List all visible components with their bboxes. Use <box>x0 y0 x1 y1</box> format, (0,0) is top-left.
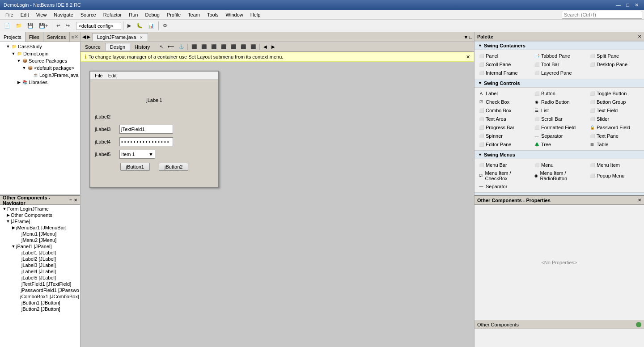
tree-item-demologin[interactable]: ▼ 📁 DemoLogin <box>0 50 80 57</box>
config-selector[interactable]: <default config> <box>76 22 121 30</box>
align-left-btn[interactable]: ⬛ <box>190 43 199 50</box>
menu-tools[interactable]: Tools <box>203 11 222 18</box>
palette-radio-button[interactable]: ◉Radio Button <box>532 98 587 106</box>
prev-btn[interactable]: ◀ <box>262 43 269 50</box>
tree-item-casestudy[interactable]: ▼ 📁 CaseStudy <box>0 43 80 50</box>
nav-item-label4[interactable]: jLabel4 [JLabel] <box>0 268 80 275</box>
palette-text-area[interactable]: ⬜Text Area <box>476 115 531 123</box>
palette-internal-frame[interactable]: ⬜Internal Frame <box>476 69 531 77</box>
menu-profile[interactable]: Profile <box>163 11 184 18</box>
palette-text-pane[interactable]: ⬜Text Pane <box>587 132 642 140</box>
nav-item-menu1[interactable]: jMenu1 [JMenu] <box>0 231 80 237</box>
maximize-button[interactable]: □ <box>624 2 631 8</box>
redo-btn[interactable]: ↪ <box>64 21 72 30</box>
nav-item-panel1[interactable]: ▼ jPanel1 [JPanel] <box>0 243 80 250</box>
palette-button[interactable]: ⬜Button <box>532 89 587 97</box>
palette-split-pane[interactable]: ⬜Split Pane <box>587 52 642 60</box>
palette-table[interactable]: ⊞Table <box>587 140 642 148</box>
tab-scroll-right[interactable]: ▶ <box>87 34 90 40</box>
palette-combo-box[interactable]: ⬜Combo Box <box>476 106 531 114</box>
jpasswordfield1[interactable] <box>119 137 173 146</box>
menu-debug[interactable]: Debug <box>141 11 163 18</box>
menu-edit[interactable]: Edit <box>17 11 33 18</box>
section-swing-containers[interactable]: ▼ Swing Containers <box>475 41 644 50</box>
section-swing-menus[interactable]: ▼ Swing Menus <box>475 150 644 159</box>
nav-item-label3[interactable]: jLabel3 [JLabel] <box>0 262 80 268</box>
save-all-btn[interactable]: 💾+ <box>37 21 50 30</box>
palette-list[interactable]: ☰List <box>532 106 587 114</box>
tab-files[interactable]: Files <box>25 32 43 42</box>
nav-item-password[interactable]: jPasswordField1 [JPasswo <box>0 287 80 293</box>
palette-progress-bar[interactable]: ⬜Progress Bar <box>476 123 531 131</box>
menu-file[interactable]: File <box>2 11 17 18</box>
palette-slider[interactable]: ⬜Slider <box>587 115 642 123</box>
design-canvas[interactable]: File Edit jLabel1 jLabel2 jLabel3 <box>80 62 474 347</box>
menu-source[interactable]: Source <box>77 11 100 18</box>
indent-btn[interactable]: ⬛ <box>239 43 248 50</box>
subtab-design[interactable]: Design <box>105 43 130 51</box>
menu-team[interactable]: Team <box>184 11 203 18</box>
palette-menuitem-radio[interactable]: ◉Menu Item / RadioButton <box>532 169 587 182</box>
align-bottom-btn[interactable]: ⬛ <box>219 43 228 50</box>
outdent-btn[interactable]: ⬛ <box>249 43 258 50</box>
nav-item-combo[interactable]: jComboBox1 [JComboBox] <box>0 293 80 300</box>
palette-menu[interactable]: ⬜Menu <box>532 161 587 169</box>
form-menu-file[interactable]: File <box>92 73 106 78</box>
section-swing-controls[interactable]: ▼ Swing Controls <box>475 79 644 88</box>
nav-item-form[interactable]: ▼ Form LoginJFrame <box>0 206 80 212</box>
editor-maximize[interactable]: □ <box>469 34 472 40</box>
jbutton1[interactable]: jButton1 <box>120 163 150 171</box>
palette-formatted-field[interactable]: ⬜Formatted Field <box>532 123 587 131</box>
form-menu-edit[interactable]: Edit <box>106 73 119 78</box>
nav-close-btn[interactable]: ✕ <box>74 198 77 203</box>
tab-close-icon[interactable]: ✕ <box>140 35 143 40</box>
palette-layered-pane[interactable]: ⬜Layered Pane <box>532 69 587 77</box>
save-btn[interactable]: 💾 <box>25 21 36 30</box>
palette-check-box[interactable]: ☑Check Box <box>476 98 531 106</box>
nav-menu-btn[interactable]: ≡ <box>69 198 72 203</box>
jbutton2[interactable]: jButton2 <box>159 163 188 171</box>
undo-btn[interactable]: ↩ <box>54 21 63 30</box>
tree-item-libraries[interactable]: ▶ 📚 Libraries <box>0 79 80 86</box>
props-close-btn[interactable]: ✕ <box>638 198 641 203</box>
menu-run[interactable]: Run <box>125 11 141 18</box>
palette-text-field[interactable]: ⬜Text Field <box>587 106 642 114</box>
palette-spinner[interactable]: ⬜Spinner <box>476 132 531 140</box>
palette-scroll-pane[interactable]: ⬜Scroll Pane <box>476 60 531 68</box>
palette-editor-pane[interactable]: ⬜Editor Pane <box>476 140 531 148</box>
resize-btn[interactable]: ⬛ <box>229 43 238 50</box>
menu-view[interactable]: View <box>33 11 51 18</box>
nav-item-label2[interactable]: jLabel2 [JLabel] <box>0 256 80 262</box>
tab-services[interactable]: Services <box>43 32 70 42</box>
info-close-btn[interactable]: ✕ <box>466 54 470 60</box>
jcombobox1[interactable]: Item 1 ▼ <box>119 150 155 159</box>
run-btn[interactable]: ▶ <box>125 21 133 30</box>
palette-desktop-pane[interactable]: ⬜Desktop Pane <box>587 60 642 68</box>
align-top-btn[interactable]: ⬛ <box>209 43 218 50</box>
palette-scroll-bar[interactable]: ⬜Scroll Bar <box>532 115 587 123</box>
menu-navigate[interactable]: Navigate <box>50 11 76 18</box>
menu-window[interactable]: Window <box>222 11 247 18</box>
tree-item-sourcepkg[interactable]: ▼ 📦 Source Packages <box>0 57 80 64</box>
next-btn[interactable]: ▶ <box>270 43 277 50</box>
nav-item-other[interactable]: ▶ Other Components <box>0 212 80 218</box>
palette-popup-menu[interactable]: ⬜Popup Menu <box>587 169 642 182</box>
select-btn[interactable]: ↖ <box>158 43 165 50</box>
palette-label[interactable]: ALabel <box>476 89 531 97</box>
nav-item-btn1[interactable]: jButton1 [JButton] <box>0 300 80 306</box>
palette-tabbed-pane[interactable]: 📑Tabbed Pane <box>532 52 587 60</box>
anchor-btn[interactable]: ⚓ <box>177 43 186 50</box>
connection-btn[interactable]: ⟵ <box>166 43 176 50</box>
left-panel-close[interactable]: ✕ <box>74 34 78 40</box>
nav-item-btn2[interactable]: jButton2 [JButton] <box>0 306 80 312</box>
palette-menuitem[interactable]: ⬜Menu Item <box>587 161 642 169</box>
tree-item-defaultpkg[interactable]: ▼ 📦 <default package> <box>0 64 80 72</box>
nav-item-label5[interactable]: jLabel5 [JLabel] <box>0 275 80 281</box>
search-input[interactable] <box>562 11 642 19</box>
subtab-source[interactable]: Source <box>80 43 105 51</box>
palette-menu-separator[interactable]: —Separator <box>476 182 531 190</box>
palette-separator[interactable]: —Separator <box>532 132 587 140</box>
nav-item-menu2[interactable]: jMenu2 [JMenu] <box>0 237 80 243</box>
debug-btn[interactable]: 🐛 <box>134 21 145 30</box>
palette-button-group[interactable]: ⬜Button Group <box>587 98 642 106</box>
